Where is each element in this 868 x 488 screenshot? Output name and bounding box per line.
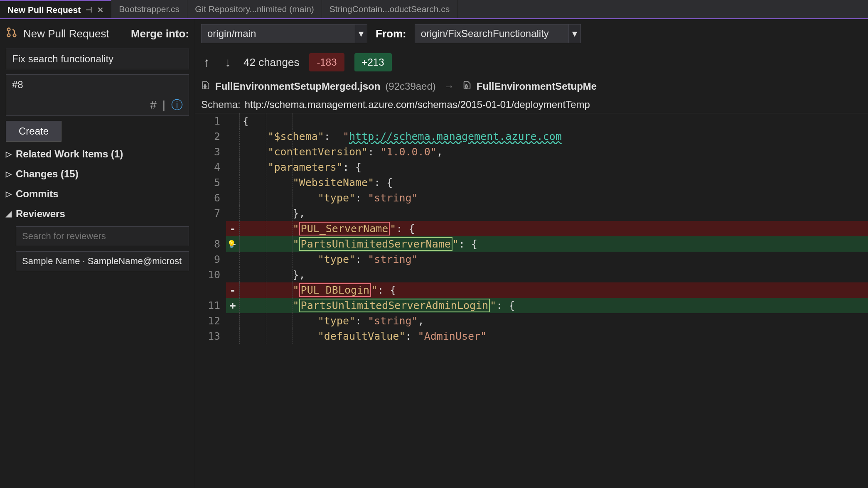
file-icon: {}	[462, 80, 472, 93]
code-line[interactable]: },	[239, 206, 868, 221]
file-right-name: FullEnvironmentSetupMe	[477, 81, 597, 92]
svg-point-2	[13, 34, 16, 37]
svg-text:{}: {}	[204, 84, 206, 88]
code-line[interactable]: },	[239, 267, 868, 282]
code-line[interactable]: "PartsUnlimitedServerName": {	[239, 236, 868, 252]
section-label: Changes (15)	[16, 168, 79, 180]
dropdown-value: origin/main	[207, 28, 256, 39]
from-label: From:	[376, 27, 406, 40]
chevron-right-icon: ▷	[6, 169, 12, 179]
diff-editor[interactable]: 12345678💡910111213 -+-+ { "$schema": "ht…	[195, 113, 868, 488]
content-pane: origin/main ▾ From: origin/FixSearchFunc…	[195, 19, 868, 488]
close-icon[interactable]: ✕	[97, 5, 103, 15]
code-line[interactable]: "contentVersion": "1.0.0.0",	[239, 144, 868, 159]
create-button[interactable]: Create	[6, 121, 61, 142]
dropdown-value: origin/FixSearchFunctionality	[421, 28, 549, 39]
sidebar-title: New Pull Request	[23, 27, 109, 40]
file-commit: (92c39aed)	[385, 81, 435, 92]
code-area[interactable]: { "$schema": "http://schema.management.a…	[239, 113, 868, 488]
file-left-name: FullEnvironmentSetupMerged.json	[215, 81, 380, 92]
chevron-right-icon: ▷	[6, 189, 12, 199]
tab-bar: New Pull Request ⊣ ✕ Bootstrapper.cs Git…	[0, 0, 868, 19]
reviewer-search-input[interactable]	[16, 226, 189, 246]
code-line[interactable]: "PUL_ServerName": {	[239, 221, 868, 236]
tab-label: New Pull Request	[7, 5, 81, 15]
pin-icon[interactable]: ⊣	[86, 5, 92, 15]
section-label: Related Work Items (1)	[16, 148, 123, 160]
info-icon[interactable]: ⓘ	[171, 97, 183, 113]
tab-label: Bootstrapper.cs	[119, 4, 180, 14]
code-line[interactable]: "PUL_DBLogin": {	[239, 282, 868, 298]
schema-url[interactable]: http://schema.management.azure.com/schem…	[245, 99, 590, 110]
code-line[interactable]: "WebsiteName": {	[239, 175, 868, 190]
code-line[interactable]: "type": "string"	[239, 252, 868, 267]
code-line[interactable]: "type": "string",	[239, 313, 868, 329]
changes-count: 42 changes	[243, 56, 299, 69]
section-reviewers[interactable]: ◢ Reviewers	[6, 206, 189, 221]
file-compare-header: {} FullEnvironmentSetupMerged.json (92c3…	[195, 76, 868, 96]
code-line[interactable]: "$schema": "http://schema.management.azu…	[239, 129, 868, 144]
section-changes[interactable]: ▷ Changes (15)	[6, 167, 189, 181]
line-gutter: 12345678💡910111213	[195, 113, 226, 488]
chevron-down-icon[interactable]: ▾	[568, 25, 580, 43]
hash-icon[interactable]: #	[150, 98, 157, 112]
section-related-work-items[interactable]: ▷ Related Work Items (1)	[6, 147, 189, 162]
tab-label: StringContain...oductSearch.cs	[329, 4, 450, 14]
tab-bootstrapper[interactable]: Bootstrapper.cs	[111, 0, 187, 18]
merge-into-dropdown[interactable]: origin/main ▾	[201, 24, 367, 43]
code-line[interactable]: {	[239, 113, 868, 129]
pr-description-text[interactable]: #8	[6, 75, 189, 95]
reviewer-item[interactable]: Sample Name · SampleName@microst	[16, 251, 189, 271]
prev-change-button[interactable]: ↑	[201, 55, 212, 69]
tab-git-repo[interactable]: Git Repository...nlimited (main)	[187, 0, 322, 18]
svg-point-0	[7, 28, 10, 31]
schema-label: Schema:	[201, 99, 241, 110]
merge-into-label: Merge into:	[131, 27, 189, 40]
svg-point-1	[7, 34, 10, 37]
arrow-right-icon: →	[441, 81, 457, 92]
pr-title-input[interactable]	[6, 49, 189, 69]
pr-description-box[interactable]: #8 # | ⓘ	[6, 74, 189, 116]
diff-indicator-column: -+-+	[226, 113, 239, 488]
pull-request-icon	[6, 27, 17, 41]
tab-stringcontain[interactable]: StringContain...oductSearch.cs	[322, 0, 458, 18]
code-line[interactable]: "type": "string"	[239, 190, 868, 206]
chevron-down-icon: ◢	[6, 209, 12, 218]
next-change-button[interactable]: ↓	[222, 55, 234, 69]
code-line[interactable]: "parameters": {	[239, 159, 868, 175]
divider: |	[162, 98, 165, 112]
svg-text:{}: {}	[465, 84, 467, 88]
section-commits[interactable]: ▷ Commits	[6, 186, 189, 201]
tab-label: Git Repository...nlimited (main)	[195, 4, 314, 14]
file-icon: {}	[201, 80, 210, 93]
chevron-right-icon: ▷	[6, 150, 12, 159]
from-dropdown[interactable]: origin/FixSearchFunctionality ▾	[415, 24, 581, 43]
removed-badge: -183	[309, 53, 344, 71]
lightbulb-icon[interactable]: 💡	[227, 238, 236, 250]
code-line[interactable]: "PartsUnlimitedServerAdminLogin": {	[239, 298, 868, 313]
chevron-down-icon[interactable]: ▾	[355, 25, 367, 43]
sidebar: New Pull Request Merge into: #8 # | ⓘ Cr…	[0, 19, 195, 488]
tab-new-pull-request[interactable]: New Pull Request ⊣ ✕	[0, 0, 111, 18]
section-label: Commits	[16, 188, 59, 200]
section-label: Reviewers	[16, 208, 65, 220]
code-line[interactable]: "defaultValue": "AdminUser"	[239, 329, 868, 344]
added-badge: +213	[354, 53, 392, 71]
